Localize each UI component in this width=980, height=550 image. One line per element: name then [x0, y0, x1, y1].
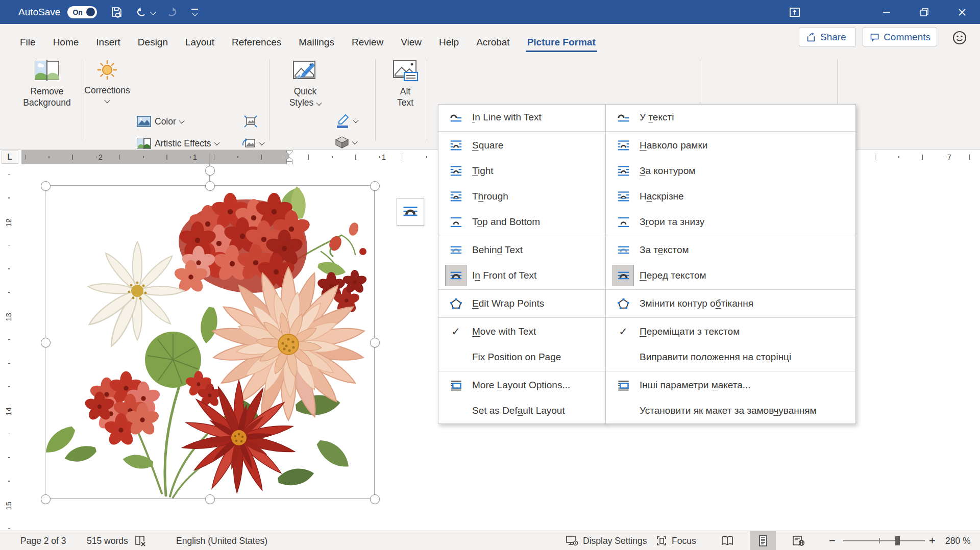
tab-acrobat[interactable]: Acrobat	[468, 37, 518, 55]
menu-item-more-layout-options[interactable]: More Layout Options...	[438, 372, 606, 398]
undo-button[interactable]	[135, 6, 155, 18]
tab-stop-selector[interactable]: L	[2, 151, 18, 164]
zoom-slider-track[interactable]	[843, 540, 925, 541]
minimize-button[interactable]	[875, 0, 898, 24]
picture-effects-button[interactable]	[335, 136, 357, 149]
alt-text-button[interactable]: Alt Text	[384, 59, 427, 108]
resize-handle-middle-right[interactable]	[370, 338, 380, 347]
read-mode-button[interactable]	[715, 531, 740, 550]
tab-design[interactable]: Design	[129, 37, 177, 55]
menu-item-tight[interactable]: Tight	[438, 158, 606, 184]
menu-item-peremishchaty-z-tekstom[interactable]: ✓ Переміщати з текстом	[606, 319, 855, 344]
resize-handle-middle-left[interactable]	[41, 338, 51, 347]
web-layout-button[interactable]	[786, 531, 812, 550]
page-indicator[interactable]: Page 2 of 3	[20, 531, 66, 550]
tab-mailings[interactable]: Mailings	[290, 37, 343, 55]
comments-button[interactable]: Comments	[863, 28, 937, 46]
tab-home[interactable]: Home	[44, 37, 88, 55]
ribbon-display-options-button[interactable]	[783, 0, 806, 24]
wrap-square-icon	[612, 135, 634, 156]
focus-button[interactable]: Focus	[655, 531, 696, 550]
feedback-smiley-icon[interactable]	[951, 30, 968, 46]
menu-item-fix-position-on-page[interactable]: Fix Position on Page	[438, 344, 606, 370]
compress-pictures-button[interactable]	[244, 115, 257, 128]
menu-item-square[interactable]: Square	[438, 133, 606, 158]
tab-view[interactable]: View	[392, 37, 430, 55]
autosave-label: AutoSave	[18, 7, 60, 18]
menu-item-behind-text[interactable]: Behind Text	[438, 237, 606, 263]
menu-separator	[606, 131, 855, 132]
proofing-errors-button[interactable]	[134, 531, 147, 550]
menu-item-zhory-ta-znyzu[interactable]: Згори та знизу	[606, 209, 855, 235]
remove-background-button[interactable]: Remove Background	[17, 59, 77, 108]
artistic-effects-button[interactable]: Artistic Effects	[137, 137, 219, 149]
display-settings-button[interactable]: Display Settings	[566, 531, 647, 550]
menu-item-set-as-default-layout[interactable]: Set as Default Layout	[438, 398, 606, 423]
print-layout-button[interactable]	[750, 531, 776, 550]
zoom-level[interactable]: 280 %	[945, 531, 971, 550]
tab-help[interactable]: Help	[430, 37, 468, 55]
word-count[interactable]: 515 words	[87, 531, 128, 550]
resize-handle-bottom-right[interactable]	[370, 494, 380, 504]
layout-options-icon	[402, 203, 419, 220]
quick-styles-button[interactable]: Quick Styles	[280, 59, 331, 108]
tab-insert[interactable]: Insert	[87, 37, 129, 55]
zoom-slider-handle[interactable]	[895, 536, 900, 545]
menu-item-navkolo-ramky[interactable]: Навколо рамки	[606, 133, 855, 158]
menu-item-inshi-parametry-maketa[interactable]: Інші параметри макета...	[606, 372, 855, 398]
autosave-toggle[interactable]: On	[67, 6, 97, 18]
display-settings-icon	[566, 535, 579, 547]
tab-picture-format[interactable]: Picture Format	[519, 37, 604, 55]
tab-review[interactable]: Review	[343, 37, 392, 55]
zoom-in-button[interactable]: +	[929, 531, 936, 550]
change-picture-button[interactable]	[242, 137, 264, 149]
menu-item-pered-tekstom[interactable]: Перед текстом	[606, 263, 855, 288]
menu-item-za-konturom[interactable]: За контуром	[606, 158, 855, 184]
menu-item-through[interactable]: Through	[438, 184, 606, 209]
menu-item-naskrizne[interactable]: Наскрізне	[606, 184, 855, 209]
menu-item-in-line-with-text[interactable]: In Line with Text	[438, 105, 606, 130]
resize-handle-bottom-center[interactable]	[205, 494, 215, 504]
close-button[interactable]	[950, 0, 974, 24]
menu-item-zminyty-kontur[interactable]: Змінити контур обтікання	[606, 291, 855, 316]
change-picture-chevron-icon	[259, 140, 264, 145]
save-button[interactable]	[110, 6, 123, 18]
image-selection-frame[interactable]	[45, 185, 375, 499]
language-indicator[interactable]: English (United States)	[176, 531, 267, 550]
color-button[interactable]: Color	[137, 115, 184, 128]
share-button[interactable]: Share	[799, 28, 856, 46]
menu-item-top-and-bottom[interactable]: Top and Bottom	[438, 209, 606, 235]
rotation-handle[interactable]	[205, 166, 215, 176]
menu-item-move-with-text[interactable]: ✓ Move with Text	[438, 319, 606, 344]
redo-button[interactable]	[165, 6, 178, 18]
tab-references[interactable]: References	[223, 37, 290, 55]
first-line-indent-marker[interactable]	[286, 150, 292, 155]
corrections-sun-icon	[96, 59, 118, 81]
menu-item-in-front-of-text[interactable]: In Front of Text	[438, 263, 606, 288]
vertical-ruler[interactable]: 12 13 14 15	[0, 164, 20, 531]
hanging-indent-marker[interactable]	[286, 157, 292, 164]
menu-item-edit-wrap-points[interactable]: Edit Wrap Points	[438, 291, 606, 316]
customize-bar-icon	[191, 9, 198, 10]
menu-item-label: Згори та знизу	[640, 216, 704, 228]
corrections-button[interactable]: Corrections	[86, 59, 129, 103]
restore-button[interactable]	[913, 0, 936, 24]
ruler-number: 12	[4, 218, 13, 227]
resize-handle-bottom-left[interactable]	[41, 494, 51, 504]
resize-handle-top-left[interactable]	[41, 181, 51, 191]
menu-item-ustanovyty-yak-maket[interactable]: Установити як макет за замовчуванням	[606, 398, 855, 423]
menu-item-label: Наскрізне	[640, 191, 684, 202]
wrap-text-menu-english: In Line with Text Square Tight Through T…	[438, 104, 606, 424]
menu-item-u-teksti[interactable]: У тексті	[606, 105, 855, 130]
menu-item-za-tekstom[interactable]: За текстом	[606, 237, 855, 263]
resize-handle-top-center[interactable]	[205, 181, 215, 191]
customize-quick-access-button[interactable]	[191, 9, 198, 15]
tab-file[interactable]: File	[11, 37, 44, 55]
ruler-number: 1	[193, 153, 197, 161]
layout-options-button[interactable]	[397, 198, 424, 226]
resize-handle-top-right[interactable]	[370, 181, 380, 191]
picture-border-button[interactable]	[335, 113, 358, 129]
menu-item-vypravyty-polozhennia[interactable]: Виправити положення на сторінці	[606, 344, 855, 370]
zoom-out-button[interactable]: −	[829, 531, 836, 550]
tab-layout[interactable]: Layout	[177, 37, 223, 55]
